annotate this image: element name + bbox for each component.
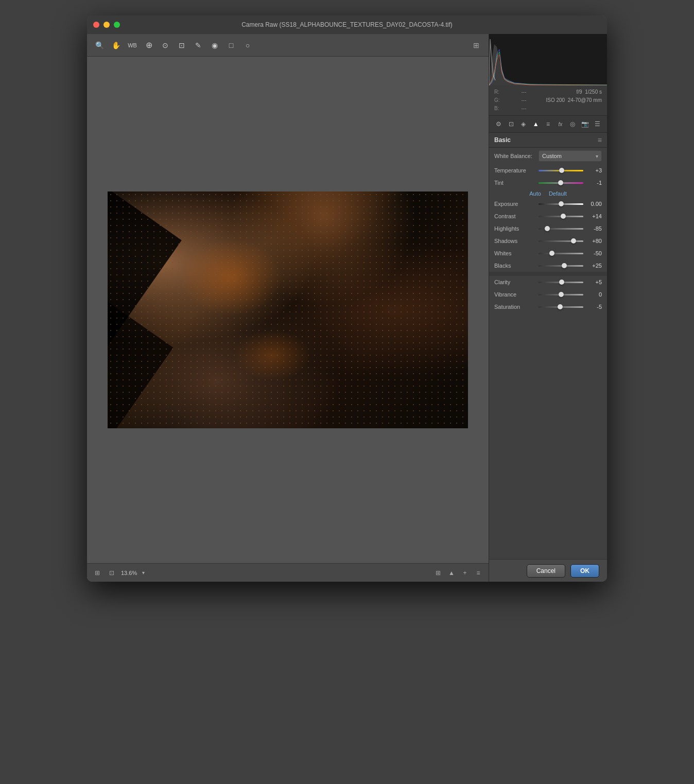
blacks-slider[interactable] <box>539 262 583 270</box>
status-right-icons: ⊞ ▲ + ≡ <box>433 568 483 578</box>
whites-label: Whites <box>494 250 535 256</box>
tint-row: Tint -1 <box>489 177 607 189</box>
shadows-label: Shadows <box>494 238 535 244</box>
temperature-slider[interactable] <box>539 166 583 175</box>
close-button[interactable] <box>93 22 99 28</box>
camera-icon[interactable]: 📷 <box>579 118 591 130</box>
aperture-shutter: f/9 1/250 s <box>546 88 602 96</box>
grid-icon[interactable]: ⊞ <box>433 568 443 578</box>
traffic-lights <box>93 22 120 28</box>
exposure-label: Exposure <box>494 201 535 207</box>
clarity-label: Clarity <box>494 279 535 285</box>
whites-row: Whites -50 <box>489 247 607 259</box>
histogram <box>489 34 607 85</box>
highlights-value: -85 <box>586 225 602 232</box>
shadows-slider[interactable] <box>539 237 583 245</box>
bottom-bar: Cancel OK <box>489 559 607 582</box>
crop-icon[interactable]: ⊡ <box>506 118 517 130</box>
maximize-button[interactable] <box>114 22 120 28</box>
shadows-row: Shadows +80 <box>489 235 607 247</box>
hand-tool[interactable]: ✋ <box>109 38 123 53</box>
wb-select[interactable]: Custom ▾ <box>539 150 602 162</box>
ok-button[interactable]: OK <box>570 564 599 578</box>
white-balance-row: White Balance: Custom ▾ <box>489 148 607 164</box>
highlights-label: Highlights <box>494 225 535 232</box>
plus-icon[interactable]: + <box>460 568 470 578</box>
crop-tool[interactable]: ⊡ <box>175 38 189 53</box>
zoom-dropdown[interactable]: ▾ <box>142 570 145 576</box>
lens-icon[interactable]: ◎ <box>567 118 578 130</box>
presets-icon[interactable]: ☰ <box>592 118 603 130</box>
exposure-slider[interactable] <box>539 200 583 208</box>
temperature-row: Temperature +3 <box>489 164 607 177</box>
status-bar: ⊞ ⊡ 13.6% ▾ ⊞ ▲ + ≡ <box>87 563 489 582</box>
clarity-value: +5 <box>586 279 602 285</box>
vibrance-value: 0 <box>586 291 602 298</box>
radial-filter[interactable]: ○ <box>240 38 255 53</box>
canvas-area: 🔍 ✋ WB ⊕ ⊙ ⊡ ✎ ◉ □ ○ ⊞ <box>87 34 489 582</box>
cancel-button[interactable]: Cancel <box>527 564 565 578</box>
clarity-row: Clarity +5 <box>489 276 607 288</box>
red-eye-tool[interactable]: ◉ <box>207 38 222 53</box>
wb-label: White Balance: <box>494 153 535 159</box>
vibrance-slider[interactable] <box>539 290 583 299</box>
auto-default-row: Auto Default <box>489 189 607 198</box>
main-content: 🔍 ✋ WB ⊕ ⊙ ⊡ ✎ ◉ □ ○ ⊞ <box>87 34 607 582</box>
default-button[interactable]: Default <box>549 190 567 197</box>
contrast-row: Contrast +14 <box>489 210 607 222</box>
section-menu-icon[interactable]: ≡ <box>598 136 602 144</box>
window-title: Camera Raw (SS18_ALPHABOUNCE_TEXTURES_DA… <box>241 21 453 28</box>
white-balance-tool[interactable]: WB <box>125 38 140 53</box>
contrast-value: +14 <box>586 213 602 219</box>
titlebar: Camera Raw (SS18_ALPHABOUNCE_TEXTURES_DA… <box>87 15 607 34</box>
menu-icon[interactable]: ≡ <box>473 568 483 578</box>
exposure-row: Exposure 0.00 <box>489 198 607 210</box>
image-container <box>87 57 489 563</box>
adjustment-brush[interactable]: □ <box>224 38 238 53</box>
saturation-slider[interactable] <box>539 303 583 311</box>
blacks-value: +25 <box>586 263 602 269</box>
shadows-value: +80 <box>586 238 602 244</box>
toolbar: 🔍 ✋ WB ⊕ ⊙ ⊡ ✎ ◉ □ ○ ⊞ <box>87 34 489 57</box>
highlights-slider[interactable] <box>539 224 583 233</box>
clarity-slider[interactable] <box>539 278 583 286</box>
iso: ISO 200 <box>546 97 565 103</box>
fx-icon[interactable]: fx <box>554 118 566 130</box>
exposure-value: 0.00 <box>586 201 602 207</box>
tint-label: Tint <box>494 180 535 186</box>
hsl-icon[interactable]: ≡ <box>543 118 554 130</box>
frame-icon[interactable]: ⊞ <box>92 568 102 578</box>
whites-value: -50 <box>586 250 602 256</box>
contrast-slider[interactable] <box>539 212 583 220</box>
expand-icon[interactable]: ⊡ <box>107 568 117 578</box>
wb-chevron: ▾ <box>596 153 598 159</box>
auto-button[interactable]: Auto <box>529 190 541 197</box>
wb-value: Custom <box>542 153 562 159</box>
section-header: Basic ≡ <box>489 133 607 148</box>
tone-icon[interactable]: ▲ <box>530 118 542 130</box>
shutter: 1/250 s <box>585 89 602 95</box>
info-area: R: G: B: --- --- --- f/9 1/250 s <box>489 85 607 116</box>
aperture: f/9 <box>577 89 582 95</box>
svg-rect-0 <box>489 34 607 85</box>
right-panel: R: G: B: --- --- --- f/9 1/250 s <box>489 34 607 582</box>
detail-icon[interactable]: ◈ <box>518 118 529 130</box>
settings-icon[interactable]: ⚙ <box>493 118 505 130</box>
temperature-label: Temperature <box>494 167 535 173</box>
healing-tool[interactable]: ✎ <box>191 38 205 53</box>
target-tool[interactable]: ⊙ <box>158 38 172 53</box>
zoom-tool[interactable]: 🔍 <box>92 38 107 53</box>
temperature-value: +3 <box>586 167 602 173</box>
rgb-values: --- --- --- <box>522 88 527 113</box>
focal-length: 24-70@70 mm <box>568 97 602 103</box>
b-label: B: <box>494 104 500 113</box>
saturation-value: -5 <box>586 304 602 310</box>
minimize-button[interactable] <box>103 22 110 28</box>
whites-slider[interactable] <box>539 249 583 257</box>
up-icon[interactable]: ▲ <box>446 568 457 578</box>
camera-raw-window: Camera Raw (SS18_ALPHABOUNCE_TEXTURES_DA… <box>87 15 607 582</box>
g-value: --- <box>522 96 527 104</box>
expand-icon[interactable]: ⊞ <box>469 38 483 53</box>
tint-slider[interactable] <box>539 179 583 187</box>
color-sampler-tool[interactable]: ⊕ <box>142 38 156 53</box>
